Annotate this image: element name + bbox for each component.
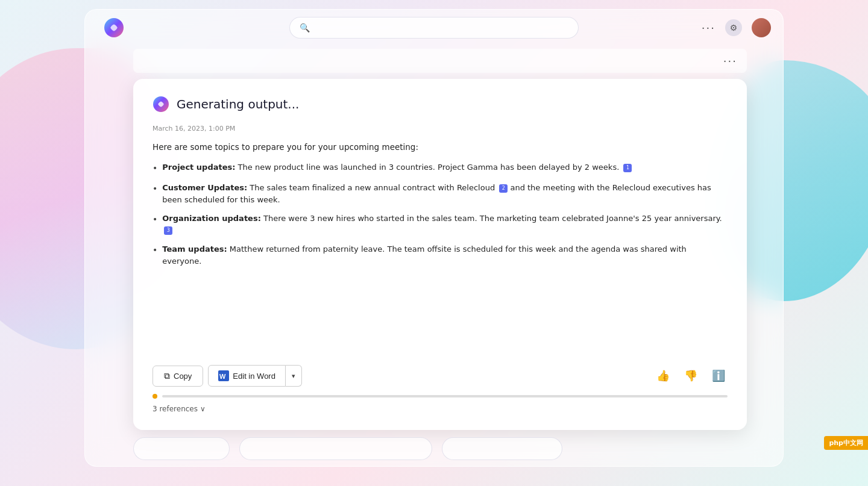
info-icon: ℹ️	[712, 370, 725, 382]
bullet-dot-3: •	[153, 213, 157, 236]
app-logo	[103, 17, 125, 39]
chevron-down-icon: ▾	[292, 372, 295, 379]
bullet-item-4: • Team updates: Matthew returned from pa…	[153, 243, 728, 267]
app-window: 🔍 ··· ⚙ ···	[84, 9, 784, 467]
card-footer: ⧉ Copy W Edit in Word	[153, 365, 728, 387]
edit-in-word-label: Edit in Word	[233, 372, 275, 381]
bullet-dot-2: •	[153, 182, 157, 205]
svg-text:W: W	[219, 373, 226, 380]
settings-button[interactable]: ⚙	[725, 19, 742, 36]
progress-row	[153, 394, 728, 399]
more-options-icon[interactable]: ···	[702, 22, 715, 34]
bullet-label-4: Team updates:	[162, 245, 227, 254]
references-chevron-icon: ∨	[200, 405, 206, 413]
thumbs-up-button[interactable]: 👍	[654, 367, 672, 385]
bullet-dot-4: •	[153, 244, 157, 267]
ref-badge-1[interactable]: 1	[623, 164, 632, 172]
bullet-text-4: Team updates: Matthew returned from pate…	[162, 243, 728, 267]
thumbs-down-button[interactable]: 👎	[682, 367, 700, 385]
bullet-item-3: • Organization updates: There were 3 new…	[153, 213, 728, 236]
search-icon: 🔍	[300, 23, 310, 33]
references-row[interactable]: 3 references ∨	[153, 405, 728, 413]
copilot-logo-icon	[153, 96, 169, 113]
thumbs-up-icon: 👍	[656, 370, 670, 382]
top-right-actions: ··· ⚙	[702, 18, 771, 37]
bullet-text-1: Project updates: The new product line wa…	[162, 161, 632, 175]
progress-track	[162, 395, 728, 397]
bottom-suggestions	[133, 437, 747, 460]
gear-icon: ⚙	[730, 23, 738, 33]
bullet-label-3: Organization updates:	[162, 214, 261, 223]
timestamp: March 16, 2023, 1:00 PM	[153, 125, 728, 132]
bullet-text-3: Organization updates: There were 3 new h…	[162, 213, 728, 236]
edit-in-word-button[interactable]: W Edit in Word	[208, 365, 286, 387]
bullet-dot-1: •	[153, 162, 157, 175]
bullet-list: • Project updates: The new product line …	[153, 161, 728, 353]
main-content: Generating output... March 16, 2023, 1:0…	[133, 79, 747, 430]
word-icon: W	[218, 370, 229, 381]
ref-badge-3[interactable]: 3	[164, 226, 172, 235]
search-bar[interactable]: 🔍	[289, 17, 579, 39]
bullet-body-2a: The sales team finalized a new annual co…	[250, 183, 495, 192]
references-label: 3 references	[153, 405, 198, 413]
copy-label: Copy	[174, 372, 192, 381]
user-avatar[interactable]	[752, 18, 771, 37]
footer-right-feedback: 👍 👎 ℹ️	[654, 367, 728, 385]
edit-in-word-dropdown[interactable]: ▾	[286, 365, 302, 387]
secondary-bar: ···	[133, 49, 747, 73]
top-bar: 🔍 ··· ⚙	[85, 10, 783, 46]
suggestion-button-2[interactable]	[239, 437, 432, 460]
intro-text: Here are some topics to prepare you for …	[153, 141, 728, 153]
chat-card: Generating output... March 16, 2023, 1:0…	[133, 79, 747, 430]
suggestion-button-1[interactable]	[133, 437, 230, 460]
copy-button[interactable]: ⧉ Copy	[153, 366, 203, 387]
ref-badge-2[interactable]: 2	[499, 184, 508, 193]
secondary-more-icon[interactable]: ···	[723, 55, 737, 67]
php-watermark: php中文网	[824, 436, 868, 450]
bullet-item-2: • Customer Updates: The sales team final…	[153, 182, 728, 205]
generating-title: Generating output...	[177, 97, 299, 111]
bullet-body-3: There were 3 new hires who started in th…	[263, 214, 722, 223]
copy-icon: ⧉	[164, 371, 170, 381]
bullet-body-4: Matthew returned from paternity leave. T…	[162, 245, 687, 266]
bullet-body-1: The new product line was launched in 3 c…	[238, 163, 620, 172]
edit-in-word-group: W Edit in Word ▾	[208, 365, 302, 387]
progress-indicator-dot	[153, 394, 157, 399]
bullet-item-1: • Project updates: The new product line …	[153, 161, 728, 175]
card-header: Generating output...	[153, 96, 728, 113]
bullet-label-2: Customer Updates:	[162, 183, 247, 192]
footer-left-actions: ⧉ Copy W Edit in Word	[153, 365, 302, 387]
suggestion-button-3[interactable]	[442, 437, 562, 460]
info-button[interactable]: ℹ️	[709, 367, 728, 385]
bullet-text-2: Customer Updates: The sales team finaliz…	[162, 182, 728, 205]
bullet-label-1: Project updates:	[162, 163, 235, 172]
thumbs-down-icon: 👎	[684, 370, 697, 382]
